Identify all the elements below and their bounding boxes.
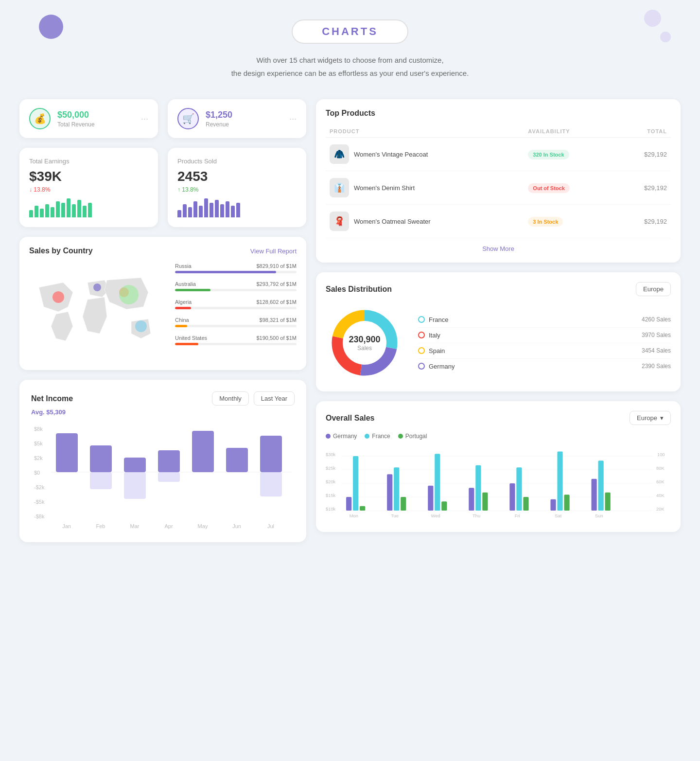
- svg-rect-65: [523, 497, 528, 511]
- earnings-title: Total Earnings: [29, 158, 148, 165]
- donut-center-label: Sales: [349, 345, 380, 352]
- donut-center-number: 230,900: [349, 335, 380, 345]
- svg-text:Fri: Fri: [515, 513, 520, 518]
- show-more: Show More: [326, 244, 671, 253]
- revenue-menu[interactable]: ···: [141, 114, 148, 124]
- svg-rect-66: [550, 499, 556, 511]
- availability-badge: 3 In Stock: [528, 217, 563, 227]
- overall-legend-item: Portugal: [398, 433, 427, 440]
- svg-rect-61: [475, 465, 481, 511]
- stats-row: Total Earnings $39K ↓ 13.8% Products Sol…: [19, 148, 306, 227]
- svg-rect-60: [469, 488, 474, 511]
- decoration-bubble-3: [660, 32, 671, 42]
- svg-rect-23: [260, 472, 282, 496]
- svg-text:$10k: $10k: [326, 507, 336, 512]
- top-products-card: Top Products Product Availability Total …: [316, 99, 681, 263]
- svg-rect-18: [158, 450, 180, 472]
- product-name: Women's Vintage Peacoat: [354, 151, 428, 158]
- revenue-value-2: $1,250: [206, 110, 232, 120]
- svg-text:-$5k: -$5k: [34, 499, 45, 505]
- total-earnings-card: Total Earnings $39K ↓ 13.8%: [19, 148, 158, 227]
- col-product: Product: [326, 125, 524, 138]
- svg-text:Mon: Mon: [350, 513, 358, 518]
- svg-rect-58: [435, 454, 440, 511]
- view-full-report-link[interactable]: View Full Report: [250, 248, 297, 255]
- country-bar-fill: [175, 307, 191, 309]
- country-value: $190,500 of $1M: [256, 335, 297, 341]
- sales-dist-header: Sales Distribution Europe: [326, 282, 671, 296]
- svg-text:$8k: $8k: [34, 426, 43, 432]
- svg-rect-55: [394, 467, 399, 511]
- sales-distribution-card: Sales Distribution Europe: [316, 272, 681, 391]
- svg-rect-68: [564, 495, 569, 511]
- products-change: ↑ 13.8%: [177, 186, 297, 193]
- year-dropdown[interactable]: Last Year: [254, 391, 295, 406]
- earnings-number: $39K: [29, 169, 148, 184]
- product-cell: 🧥 Women's Vintage Peacoat: [330, 144, 520, 164]
- svg-rect-70: [598, 460, 604, 511]
- sales-country-header: Sales by Country View Full Report: [29, 247, 297, 255]
- earnings-change: ↓ 13.8%: [29, 186, 148, 193]
- product-total: $29,192: [644, 151, 667, 158]
- earnings-bar: [56, 201, 60, 217]
- product-thumb: 🧣: [330, 212, 349, 231]
- country-bar-fill: [175, 271, 276, 273]
- net-income-card: Net Income Monthly Last Year Avg. $5,309…: [19, 380, 306, 542]
- products-bar: [220, 204, 224, 217]
- svg-text:Mar: Mar: [130, 523, 140, 529]
- products-bar: [226, 201, 229, 217]
- overall-legend-dot: [326, 434, 331, 439]
- country-bar-track: [175, 289, 297, 291]
- sales-by-country-card: Sales by Country View Full Report: [19, 237, 306, 370]
- svg-text:80K: 80K: [656, 466, 665, 471]
- legend-dot: [418, 347, 425, 354]
- product-name: Women's Oatmeal Sweater: [354, 218, 431, 225]
- net-income-title: Net Income: [31, 394, 73, 403]
- svg-text:Jul: Jul: [267, 523, 274, 529]
- svg-rect-17: [124, 472, 146, 499]
- svg-text:May: May: [198, 523, 208, 529]
- svg-text:-$8k: -$8k: [34, 513, 45, 519]
- page-subtitle: With over 15 chart widgets to choose fro…: [0, 53, 700, 80]
- decoration-bubble-1: [39, 15, 63, 39]
- svg-rect-13: [56, 433, 78, 472]
- product-name: Women's Denim Shirt: [354, 184, 415, 192]
- product-total: $29,192: [644, 184, 667, 192]
- country-bar-track: [175, 325, 297, 327]
- earnings-chart: [29, 198, 148, 217]
- svg-text:Sat: Sat: [555, 513, 561, 518]
- svg-text:Apr: Apr: [164, 523, 173, 529]
- right-column: Top Products Product Availability Total …: [316, 99, 681, 542]
- products-bar: [199, 206, 203, 217]
- revenue-label: Total Revenue: [57, 121, 95, 128]
- products-bar: [236, 203, 240, 217]
- metric-info: $50,000 Total Revenue: [57, 110, 95, 128]
- monthly-dropdown[interactable]: Monthly: [212, 391, 249, 406]
- svg-text:$2k: $2k: [34, 455, 43, 461]
- earnings-bar: [35, 206, 38, 217]
- show-more-link[interactable]: Show More: [482, 245, 514, 252]
- product-cell: 🧣 Women's Oatmeal Sweater: [330, 212, 520, 231]
- svg-rect-54: [387, 474, 392, 511]
- revenue-menu-2[interactable]: ···: [289, 114, 297, 124]
- overall-legend-item: Germany: [326, 433, 357, 440]
- country-bar-fill: [175, 343, 198, 345]
- overall-sales-dropdown[interactable]: Europe ▾: [630, 411, 671, 425]
- earnings-bar: [77, 200, 81, 217]
- country-name: Australia: [175, 281, 196, 287]
- metric-info-2: $1,250 Revenue: [206, 110, 232, 128]
- sales-dist-dropdown[interactable]: Europe: [636, 282, 671, 296]
- svg-text:Wed: Wed: [431, 513, 440, 518]
- country-value: $829,910 of $1M: [256, 263, 297, 269]
- svg-rect-21: [226, 448, 248, 472]
- svg-text:$0: $0: [34, 470, 40, 476]
- revenue-value: $50,000: [57, 110, 95, 120]
- svg-rect-19: [158, 472, 180, 482]
- sales-country-title: Sales by Country: [29, 247, 93, 255]
- top-products-title: Top Products: [326, 109, 671, 118]
- svg-text:-$2k: -$2k: [34, 484, 45, 490]
- svg-rect-56: [401, 497, 406, 511]
- svg-rect-14: [90, 445, 112, 472]
- decoration-bubble-2: [644, 10, 661, 27]
- svg-rect-63: [509, 483, 515, 511]
